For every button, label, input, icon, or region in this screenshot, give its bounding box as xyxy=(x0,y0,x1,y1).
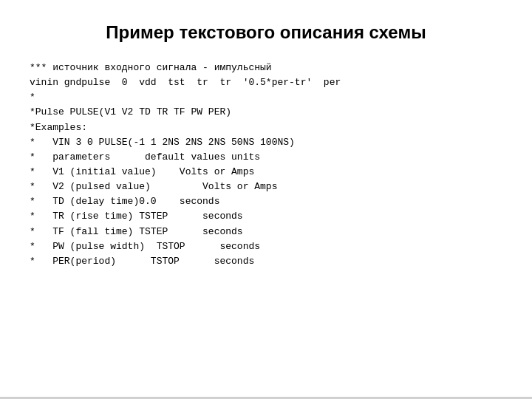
slide-container: Пример текстового описания схемы *** ист… xyxy=(0,0,532,399)
code-block: *** источник входного сигнала - импульсн… xyxy=(30,61,502,269)
slide-title: Пример текстового описания схемы xyxy=(30,22,502,43)
